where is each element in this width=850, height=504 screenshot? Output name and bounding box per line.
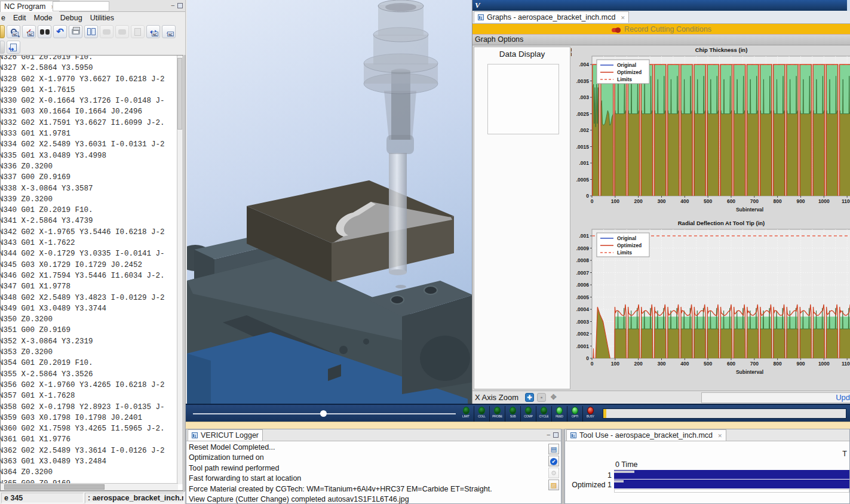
undo-icon[interactable]: ↶ (53, 25, 67, 38)
restore-icon[interactable] (177, 3, 183, 8)
clamp-screw-1 (391, 296, 404, 304)
svg-text:Limits: Limits (617, 250, 632, 256)
tool-row-label-optimized: Optimized 1 (565, 481, 612, 489)
svg-text:1100: 1100 (842, 198, 850, 204)
progress-bar (603, 408, 846, 419)
minimize-icon[interactable]: – (547, 431, 551, 438)
graph-options-menu[interactable]: Graph Options (472, 35, 850, 45)
tab-nc-program-label: NC Program (4, 2, 45, 11)
chart-icon (478, 14, 484, 20)
svg-text:Limits: Limits (617, 76, 632, 82)
status-filename: : aerospace_bracket_inch.mcd (85, 493, 184, 503)
restore-icon[interactable] (553, 432, 559, 438)
log-capture-button[interactable]: ▨ (548, 480, 559, 490)
log-line: View Capture (Cutter Change) completed a… (189, 494, 541, 504)
menu-item-e[interactable]: e (1, 14, 5, 22)
svg-text:.0008: .0008 (576, 257, 590, 263)
menu-item-edit[interactable]: Edit (13, 14, 26, 22)
print-icon[interactable] (69, 25, 82, 38)
svg-text:100: 100 (611, 198, 619, 204)
menu-item-mode[interactable]: Mode (34, 14, 53, 22)
copy-nc-icon[interactable]: ↪ (7, 41, 20, 54)
log-filter-button[interactable]: ⚙ (548, 468, 559, 478)
tab-nc-program[interactable]: NC Program ✕ (0, 1, 60, 12)
svg-text:.002: .002 (579, 127, 589, 133)
binoculars-icon[interactable] (38, 25, 51, 38)
nc-code-area[interactable]: N326 G01 Z0.2019 F10. N327 X-2.5864 Y3.5… (0, 55, 183, 491)
simulation-3d-view[interactable] (186, 0, 472, 404)
graph-options-label: Graph Options (475, 35, 523, 44)
tab-logger[interactable]: VERICUT Logger (188, 429, 263, 441)
led-probe: PROBE (489, 406, 505, 422)
led-coll: COLL (474, 406, 489, 422)
led-comp: COMP (520, 406, 536, 422)
svg-text:.004: .004 (579, 62, 589, 67)
log-report-button[interactable]: ▤ (548, 444, 559, 454)
svg-text:400: 400 (680, 198, 689, 204)
file-go-icon[interactable] (131, 25, 145, 38)
find-nc-icon[interactable]: NC (7, 25, 20, 38)
nc-window-controls[interactable]: – (171, 2, 183, 8)
vertical-scrollbar-thumb[interactable] (177, 58, 182, 130)
tab-tool-use[interactable]: Tool Use - aerospace_bracket_inch.mcd ✕ (566, 429, 726, 441)
minimize-icon[interactable]: – (171, 2, 176, 8)
log-line: Force Material created by CGTech: WM=Tit… (189, 484, 541, 494)
tool-use-chart-title: T (842, 450, 847, 458)
svg-text:.0035: .0035 (576, 78, 590, 84)
split-view-icon[interactable] (84, 25, 98, 38)
nc-status-bar: e 345 : aerospace_bracket_inch.mcd (0, 491, 185, 504)
logger-tabbar: VERICUT Logger – (186, 429, 561, 441)
log-ok-button[interactable]: ✔ (548, 456, 559, 466)
log-line: Optimization turned on (189, 453, 541, 463)
clamp-bore (420, 336, 470, 381)
svg-text:0: 0 (591, 361, 594, 367)
close-icon[interactable]: ✕ (621, 15, 625, 21)
zoom-fit-icon[interactable]: ✥ (549, 393, 558, 402)
svg-text:600: 600 (727, 198, 735, 204)
vertical-scrollbar[interactable] (177, 56, 183, 484)
update-button[interactable]: Upd (701, 392, 850, 403)
svg-text:Subinterval: Subinterval (736, 207, 763, 213)
zoom-out-button[interactable]: ▪ (537, 393, 546, 402)
folder-cut-icon[interactable] (0, 25, 5, 38)
svg-text:Original: Original (617, 235, 636, 241)
tab-graphs[interactable]: Graphs - aerospace_bracket_inch.mcd ✕ (474, 11, 629, 23)
comment-next-icon[interactable] (115, 25, 129, 38)
tool-use-icon (570, 432, 576, 438)
tool-use-bar-original[interactable] (614, 470, 849, 479)
svg-text:0: 0 (586, 355, 589, 361)
log-line: Fast forwarding to start at location (189, 474, 541, 484)
svg-text:.001: .001 (579, 233, 589, 239)
tool-use-bar-optimized[interactable] (614, 480, 849, 488)
record-cutting-conditions-bar[interactable]: Record Cutting Conditions (472, 24, 850, 35)
svg-text:Optimized: Optimized (617, 69, 642, 75)
horizontal-scrollbar-thumb[interactable] (4, 484, 105, 490)
menu-item-utilities[interactable]: Utilities (90, 14, 114, 22)
zoom-in-button[interactable]: ✚ (525, 393, 534, 402)
svg-text:400: 400 (680, 361, 689, 367)
tool-use-axis-strip (614, 489, 849, 493)
comment-prev-icon[interactable] (100, 25, 113, 38)
nc-back-icon[interactable]: ←NC (162, 25, 176, 38)
record-label: Record Cutting Conditions (624, 25, 711, 33)
svg-text:500: 500 (704, 198, 712, 204)
svg-text:.001: .001 (579, 160, 589, 166)
svg-text:.0002: .0002 (576, 331, 590, 337)
data-display-box (487, 64, 559, 134)
horizontal-scrollbar[interactable] (1, 483, 178, 490)
logger-window: VERICUT Logger – Reset Model Completed..… (186, 429, 561, 504)
playback-slider-handle[interactable] (320, 410, 327, 417)
menu-item-debug[interactable]: Debug (60, 14, 82, 22)
logger-messages: Reset Model Completed...Optimization tur… (189, 442, 541, 504)
verify-nc-icon[interactable]: ✓NC (22, 25, 36, 38)
svg-text:.0007: .0007 (576, 270, 590, 276)
nc-return-icon[interactable]: ↩NC (146, 25, 160, 38)
nc-program-tabbar: NC Program ✕ – (0, 0, 185, 12)
logger-window-controls[interactable]: – (547, 431, 559, 438)
tab-tool-use-label: Tool Use - aerospace_bracket_inch.mcd (579, 431, 713, 440)
graphs-titlebar: V (472, 0, 850, 11)
close-icon[interactable]: ✕ (718, 433, 723, 439)
status-line-number: e 345 (1, 493, 84, 503)
machine-base-blue-side (187, 354, 211, 404)
tool-cut-icon[interactable] (0, 41, 5, 54)
